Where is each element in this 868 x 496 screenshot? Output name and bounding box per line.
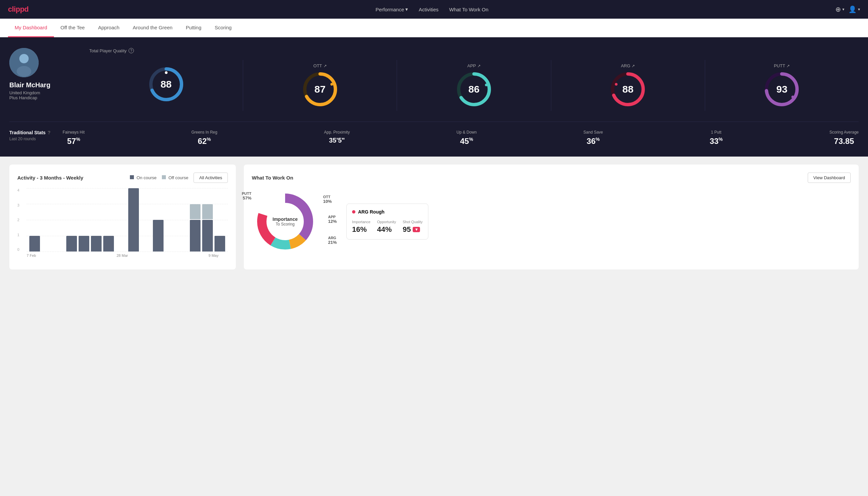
wtw-card-header: What To Work On View Dashboard [252,173,851,183]
activity-chart-title: Activity - 3 Months - Weekly [17,175,83,181]
player-handicap: Plus Handicap [9,95,76,100]
bar-group-3 [66,188,77,251]
stats-title: Traditional Stats ? [9,130,56,135]
bar-chart: 0 1 2 3 4 [17,188,228,262]
sub-nav-around-the-green[interactable]: Around the Green [126,19,179,37]
all-activities-button[interactable]: All Activities [193,173,228,183]
sub-nav-my-dashboard[interactable]: My Dashboard [8,19,54,37]
nav-link-performance[interactable]: Performance ▾ [375,6,408,12]
help-icon[interactable]: ? [129,48,134,53]
quality-label: Total Player Quality ? [89,48,859,53]
bar-group-5 [91,188,101,251]
score-card-total: 88 [89,60,243,111]
gauge-ott: 87 [302,71,338,108]
svg-point-17 [791,96,794,98]
gauge-putt: 93 [763,71,800,108]
bar-group-15 [215,188,225,251]
logo: clippd [8,5,29,14]
activity-card: Activity - 3 Months - Weekly On course O… [9,165,236,269]
player-section: Blair McHarg United Kingdom Plus Handica… [9,48,859,111]
score-card-ott-label: OTT ↗ [313,63,327,68]
bar-off-14 [202,204,213,219]
sub-nav-off-the-tee[interactable]: Off the Tee [54,19,92,37]
bar-on-4 [79,236,89,252]
nav-link-what-to-work-on[interactable]: What To Work On [449,6,489,12]
chart-y-labels: 0 1 2 3 4 [17,188,24,251]
nav-right: ⊕ ▾ 👤 ▾ [835,5,860,13]
score-card-app: APP ↗ 86 [397,60,551,111]
svg-point-14 [615,83,617,86]
down-badge: ▼ [413,227,420,232]
donut-center: Importance To Scoring [272,217,297,227]
bar-group-13 [190,188,201,251]
nav-links: Performance ▾ Activities What To Work On [375,6,488,12]
bar-group-12 [177,188,188,251]
arg-detail-card: ARG Rough Importance 16% Opportunity 44%… [346,203,428,239]
bar-group-9 [141,188,151,251]
arg-stats: Importance 16% Opportunity 44% Shot Qual… [352,220,423,234]
bar-on-0 [29,236,40,252]
bar-on-6 [103,236,114,252]
sub-nav-scoring[interactable]: Scoring [208,19,238,37]
bar-on-13 [190,220,201,251]
score-total-value: 88 [160,79,172,90]
bar-chart-inner [27,188,228,251]
stats-subtitle: Last 20 rounds [9,137,56,141]
score-ott-value: 87 [314,83,326,95]
gauge-total: 88 [148,66,185,103]
sub-nav-putting[interactable]: Putting [179,19,208,37]
score-card-arg: ARG ↗ 88 [551,60,705,111]
svg-point-1 [19,54,29,63]
score-card-ott: OTT ↗ 87 [243,60,397,111]
add-button[interactable]: ⊕ ▾ [835,5,845,13]
bar-group-1 [42,188,52,251]
arg-stat-shot-quality: Shot Quality 95 ▼ [403,220,423,234]
donut-label-ott: OTT 10% [323,195,332,204]
view-dashboard-button[interactable]: View Dashboard [808,173,851,183]
stats-section: Traditional Stats ? Last 20 rounds Fairw… [9,122,859,146]
bar-group-11 [165,188,176,251]
gauge-app: 86 [456,71,492,108]
chart-x-labels: 7 Feb 28 Mar 9 May [17,251,228,258]
player-name: Blair McHarg [9,81,76,89]
stat-sand-save: Sand Save 36% [584,130,603,146]
bar-group-8 [128,188,139,251]
stats-help-icon[interactable]: ? [48,130,51,135]
svg-point-2 [17,66,31,77]
player-country: United Kingdom [9,90,76,95]
wtw-title: What To Work On [252,175,293,181]
arg-stat-importance: Importance 16% [352,220,370,234]
score-card-putt: PUTT ↗ 93 [705,60,859,111]
bar-group-7 [115,188,126,251]
bar-off-13 [190,204,201,219]
donut-label-app: APP 12% [328,215,337,224]
bar-group-4 [79,188,89,251]
user-menu-button[interactable]: 👤 ▾ [848,5,860,13]
score-app-value: 86 [468,83,479,95]
score-card-putt-label: PUTT ↗ [774,63,790,68]
score-cards: 88 OTT ↗ 87 [89,60,859,111]
bar-on-3 [66,236,77,252]
what-to-work-on-card: What To Work On View Dashboard [244,165,859,269]
nav-link-activities[interactable]: Activities [419,6,438,12]
score-card-app-label: APP ↗ [467,63,480,68]
stats-label: Traditional Stats ? Last 20 rounds [9,130,56,141]
sub-nav-approach[interactable]: Approach [91,19,126,37]
donut-label-arg: ARG 21% [328,236,337,245]
bar-group-10 [153,188,163,251]
arg-dot [352,210,356,214]
score-card-arg-label: ARG ↗ [621,63,635,68]
bar-on-8 [128,188,139,251]
stats-items: Fairways Hit 57% Greens In Reg 62% App. … [63,130,859,146]
stat-one-putt: 1 Putt 33% [710,130,723,146]
score-arg-value: 88 [622,83,633,95]
activity-card-header: Activity - 3 Months - Weekly On course O… [17,173,228,183]
quality-section: Total Player Quality ? 88 [89,48,859,111]
svg-point-11 [485,83,488,86]
score-putt-value: 93 [776,83,787,95]
dashboard-section: Blair McHarg United Kingdom Plus Handica… [0,37,868,157]
legend-on-course-dot [130,175,134,179]
arg-stat-opportunity: Opportunity 44% [377,220,396,234]
stat-up-down: Up & Down 45% [457,130,477,146]
chevron-down-icon: ▾ [405,6,408,12]
